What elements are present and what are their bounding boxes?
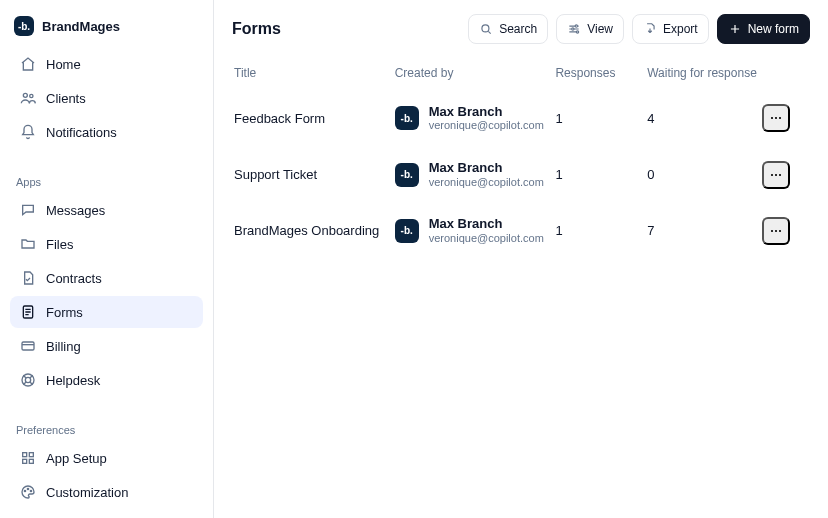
cell-actions bbox=[762, 161, 806, 189]
table-row[interactable]: Support Ticket -b. Max Branch veronique@… bbox=[218, 146, 822, 202]
waiting-count: 7 bbox=[647, 223, 654, 238]
svg-rect-7 bbox=[29, 453, 33, 457]
sidebar-item-home[interactable]: Home bbox=[10, 48, 203, 80]
sidebar-item-label: Messages bbox=[46, 203, 105, 218]
sidebar-item-label: Clients bbox=[46, 91, 86, 106]
waiting-count: 0 bbox=[647, 167, 654, 182]
col-label: Responses bbox=[555, 66, 615, 80]
form-icon bbox=[20, 304, 36, 320]
col-created-by[interactable]: Created by bbox=[395, 66, 556, 80]
col-waiting[interactable]: Waiting for response bbox=[647, 66, 762, 80]
row-actions-button[interactable] bbox=[762, 217, 790, 245]
col-label: Title bbox=[234, 66, 256, 80]
cell-created-by: -b. Max Branch veronique@copilot.com bbox=[395, 216, 556, 245]
form-title: Support Ticket bbox=[234, 167, 317, 182]
download-icon bbox=[643, 22, 657, 36]
sidebar-item-messages[interactable]: Messages bbox=[10, 194, 203, 226]
svg-point-11 bbox=[27, 488, 28, 489]
sliders-icon bbox=[567, 22, 581, 36]
nav-preferences: App Setup Customization bbox=[8, 440, 205, 510]
responses-count: 1 bbox=[555, 167, 562, 182]
cell-responses: 1 bbox=[555, 223, 647, 238]
sidebar-item-label: Notifications bbox=[46, 125, 117, 140]
table-row[interactable]: BrandMages Onboarding -b. Max Branch ver… bbox=[218, 202, 822, 258]
cell-title: BrandMages Onboarding bbox=[234, 223, 395, 238]
sidebar-item-notifications[interactable]: Notifications bbox=[10, 116, 203, 148]
app-root: -b. BrandMages Home Clients Notificat bbox=[0, 0, 828, 518]
card-icon bbox=[20, 338, 36, 354]
sidebar-item-label: Customization bbox=[46, 485, 128, 500]
sidebar-item-app-setup[interactable]: App Setup bbox=[10, 442, 203, 474]
bell-icon bbox=[20, 124, 36, 140]
cell-actions bbox=[762, 217, 806, 245]
button-label: New form bbox=[748, 22, 799, 36]
cell-created-by: -b. Max Branch veronique@copilot.com bbox=[395, 160, 556, 189]
sidebar-item-customization[interactable]: Customization bbox=[10, 476, 203, 508]
creator-email: veronique@copilot.com bbox=[429, 176, 544, 189]
life-ring-icon bbox=[20, 372, 36, 388]
file-check-icon bbox=[20, 270, 36, 286]
col-responses[interactable]: Responses bbox=[555, 66, 647, 80]
search-icon bbox=[479, 22, 493, 36]
sidebar-item-files[interactable]: Files bbox=[10, 228, 203, 260]
search-button[interactable]: Search bbox=[468, 14, 548, 44]
new-form-button[interactable]: New form bbox=[717, 14, 810, 44]
cell-actions bbox=[762, 104, 806, 132]
brand-name: BrandMages bbox=[42, 19, 120, 34]
svg-rect-8 bbox=[23, 459, 27, 463]
cell-responses: 1 bbox=[555, 167, 647, 182]
col-label: Waiting for response bbox=[647, 66, 757, 80]
creator-email: veronique@copilot.com bbox=[429, 119, 544, 132]
row-actions-button[interactable] bbox=[762, 161, 790, 189]
sidebar-item-forms[interactable]: Forms bbox=[10, 296, 203, 328]
brand-logo: -b. bbox=[14, 16, 34, 36]
svg-rect-3 bbox=[22, 342, 34, 350]
svg-point-28 bbox=[779, 229, 781, 231]
avatar: -b. bbox=[395, 163, 419, 187]
brand: -b. BrandMages bbox=[8, 10, 205, 46]
svg-point-25 bbox=[779, 173, 781, 175]
sidebar-item-clients[interactable]: Clients bbox=[10, 82, 203, 114]
sidebar-item-label: App Setup bbox=[46, 451, 107, 466]
form-title: Feedback Form bbox=[234, 111, 325, 126]
sidebar-item-label: Home bbox=[46, 57, 81, 72]
grid-icon bbox=[20, 450, 36, 466]
creator: Max Branch veronique@copilot.com bbox=[429, 160, 544, 189]
sidebar-item-label: Billing bbox=[46, 339, 81, 354]
nav-apps: Messages Files Contracts Forms bbox=[8, 192, 205, 398]
creator-email: veronique@copilot.com bbox=[429, 232, 544, 245]
table-header: Title Created by Responses Waiting for r… bbox=[218, 56, 822, 90]
creator-name: Max Branch bbox=[429, 160, 544, 176]
dots-horizontal-icon bbox=[768, 110, 784, 126]
responses-count: 1 bbox=[555, 111, 562, 126]
view-button[interactable]: View bbox=[556, 14, 624, 44]
button-label: Search bbox=[499, 22, 537, 36]
sidebar-item-helpdesk[interactable]: Helpdesk bbox=[10, 364, 203, 396]
users-icon bbox=[20, 90, 36, 106]
sidebar-item-contracts[interactable]: Contracts bbox=[10, 262, 203, 294]
row-actions-button[interactable] bbox=[762, 104, 790, 132]
toolbar: Forms Search View Export bbox=[214, 0, 828, 52]
sidebar-item-referrals[interactable]: Referrals bbox=[10, 512, 203, 518]
svg-point-22 bbox=[779, 117, 781, 119]
export-button[interactable]: Export bbox=[632, 14, 709, 44]
creator: Max Branch veronique@copilot.com bbox=[429, 216, 544, 245]
palette-icon bbox=[20, 484, 36, 500]
home-icon bbox=[20, 56, 36, 72]
sidebar-item-label: Files bbox=[46, 237, 73, 252]
svg-point-16 bbox=[482, 25, 489, 32]
button-label: View bbox=[587, 22, 613, 36]
col-title[interactable]: Title bbox=[234, 66, 395, 80]
svg-point-26 bbox=[771, 229, 773, 231]
cell-waiting: 4 bbox=[647, 111, 762, 126]
sidebar-item-billing[interactable]: Billing bbox=[10, 330, 203, 362]
folder-icon bbox=[20, 236, 36, 252]
avatar: -b. bbox=[395, 106, 419, 130]
cell-title: Feedback Form bbox=[234, 111, 395, 126]
table-row[interactable]: Feedback Form -b. Max Branch veronique@c… bbox=[218, 90, 822, 146]
cell-waiting: 0 bbox=[647, 167, 762, 182]
dots-horizontal-icon bbox=[768, 167, 784, 183]
svg-point-24 bbox=[775, 173, 777, 175]
section-apps-label: Apps bbox=[8, 166, 205, 192]
page-title: Forms bbox=[232, 20, 281, 38]
